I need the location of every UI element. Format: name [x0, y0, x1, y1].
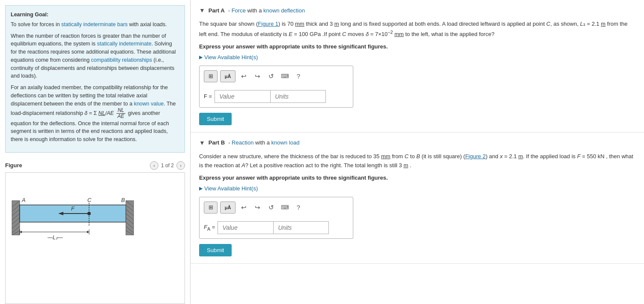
part-b-redo-btn[interactable]: ↪ [252, 202, 263, 213]
part-a-answer-box: ⊞ μÅ ↩ ↪ ↺ ⌨ ? F = [199, 66, 353, 108]
part-a-help-btn[interactable]: ? [293, 71, 304, 82]
learning-goal-p3: For an axially loaded member, the compat… [11, 84, 179, 144]
learning-goal-box: Learning Goal: To solve for forces in st… [5, 5, 185, 153]
part-b-hint-text: View Available Hint(s) [204, 185, 258, 192]
part-b-input-row: FA = [204, 221, 349, 234]
part-b-undo-btn[interactable]: ↩ [238, 202, 249, 213]
figure-diagram: A C B F [6, 173, 185, 251]
part-b-grid-icon[interactable]: ⊞ [204, 202, 218, 214]
svg-marker-30 [20, 231, 22, 233]
part-b-value-input[interactable] [218, 221, 273, 234]
figure-header: Figure ‹ 1 of 2 › [5, 161, 185, 170]
part-a-hint-arrow: ▶ [199, 54, 203, 60]
part-b-units-btn[interactable]: μÅ [220, 202, 236, 214]
part-a-figure-link[interactable]: Figure 1 [258, 21, 278, 27]
part-a-undo-btn[interactable]: ↩ [238, 71, 249, 82]
figure-area: A C B F [5, 172, 185, 304]
part-b-hint-link[interactable]: ▶ View Available Hint(s) [199, 185, 635, 192]
part-b-input-label: FA = [204, 224, 215, 232]
part-a-units-input[interactable] [270, 90, 326, 103]
part-a-units-btn[interactable]: μÅ [220, 70, 236, 82]
part-b-express-text: Express your answer with appropriate uni… [199, 175, 635, 181]
part-a-refresh-btn[interactable]: ↺ [265, 71, 277, 82]
part-a-keyboard-btn[interactable]: ⌨ [279, 71, 290, 82]
part-b-refresh-btn[interactable]: ↺ [265, 202, 277, 213]
part-a-problem-text: The square bar shown (Figure 1) is 70 mm… [199, 20, 635, 39]
figure-title: Figure [5, 162, 22, 169]
left-panel: Learning Goal: To solve for forces in st… [0, 0, 191, 304]
part-a-submit-button[interactable]: Submit [199, 113, 232, 125]
svg-point-22 [87, 212, 91, 215]
svg-marker-31 [87, 231, 89, 233]
learning-goal-p2: When the number of reaction forces is gr… [11, 32, 179, 81]
part-b-answer-box: ⊞ μÅ ↩ ↪ ↺ ⌨ ? FA = [199, 197, 353, 239]
part-b-toolbar: ⊞ μÅ ↩ ↪ ↺ ⌨ ? [204, 202, 349, 217]
part-a-label: Part A [209, 7, 225, 14]
figure-scroll[interactable]: A C B F [6, 173, 185, 304]
part-a-section: ▼ Part A - Force with a known deflection… [191, 0, 644, 132]
figure-page-text: 1 of 2 [161, 163, 174, 169]
part-a-hint-text: View Available Hint(s) [204, 54, 258, 60]
part-b-label: Part B [209, 139, 225, 146]
part-a-grid-icon[interactable]: ⊞ [204, 70, 218, 82]
part-a-collapse-icon[interactable]: ▼ [199, 7, 205, 14]
figure-nav: ‹ 1 of 2 › [150, 161, 185, 170]
part-b-keyboard-btn[interactable]: ⌨ [279, 202, 290, 213]
learning-goal-title: Learning Goal: [11, 11, 179, 19]
right-panel[interactable]: ▼ Part A - Force with a known deflection… [191, 0, 644, 304]
part-a-input-row: F = [204, 90, 349, 103]
svg-text:B: B [121, 197, 125, 203]
part-a-express-text: Express your answer with appropriate uni… [199, 43, 635, 50]
svg-text:—L₂—: —L₂— [47, 235, 63, 241]
part-b-collapse-icon[interactable]: ▼ [199, 139, 205, 146]
learning-goal-p1: To solve for forces in statically indete… [11, 21, 179, 29]
svg-text:C: C [87, 197, 92, 203]
part-a-subtitle: - Force with a known deflection [228, 7, 305, 14]
figure-svg: A C B F [10, 177, 143, 246]
part-a-input-label: F = [204, 93, 212, 99]
part-b-submit-button[interactable]: Submit [199, 244, 232, 256]
part-b-units-input[interactable] [273, 221, 329, 234]
figure-section: Figure ‹ 1 of 2 › [0, 158, 190, 304]
part-a-value-input[interactable] [215, 90, 270, 103]
part-b-subtitle: - Reaction with a known load [228, 139, 299, 146]
part-a-toolbar: ⊞ μÅ ↩ ↪ ↺ ⌨ ? [204, 70, 349, 86]
svg-text:F: F [71, 205, 75, 212]
part-b-help-btn[interactable]: ? [293, 202, 304, 213]
part-a-hint-link[interactable]: ▶ View Available Hint(s) [199, 54, 635, 60]
part-b-figure-link[interactable]: Figure 2 [465, 153, 486, 160]
part-b-section: ▼ Part B - Reaction with a known load Co… [191, 132, 644, 264]
part-a-header: ▼ Part A - Force with a known deflection [199, 7, 635, 14]
figure-prev-button[interactable]: ‹ [150, 161, 158, 170]
svg-text:A: A [21, 197, 26, 203]
part-a-redo-btn[interactable]: ↪ [252, 71, 263, 82]
figure-next-button[interactable]: › [176, 161, 185, 170]
part-b-hint-arrow: ▶ [199, 186, 203, 191]
part-b-header: ▼ Part B - Reaction with a known load [199, 139, 635, 146]
part-b-problem-text: Consider a new structure, where the thic… [199, 152, 635, 170]
